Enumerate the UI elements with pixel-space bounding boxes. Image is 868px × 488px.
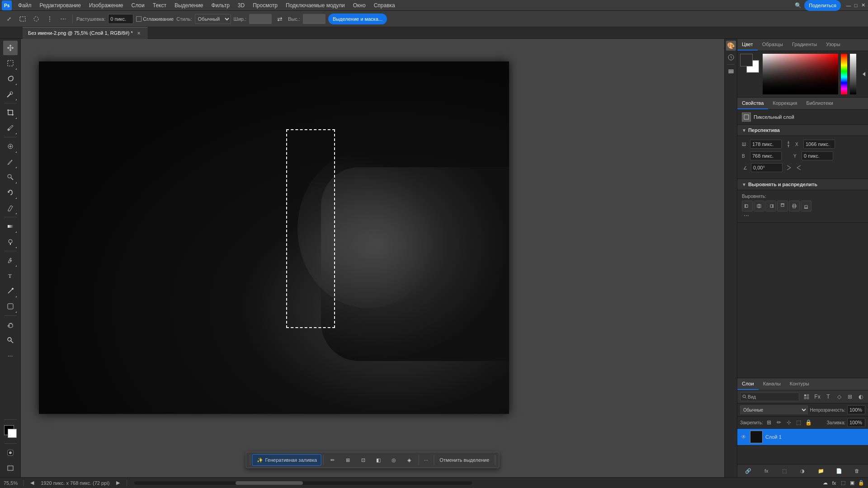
background-color[interactable] bbox=[8, 429, 17, 438]
layer-visibility-btn[interactable]: 👁 bbox=[740, 433, 747, 441]
lock-artboard-btn[interactable]: ⬚ bbox=[795, 418, 803, 427]
dodge-tool[interactable] bbox=[3, 235, 18, 249]
text-tool[interactable]: T bbox=[3, 268, 18, 283]
height-prop-input[interactable] bbox=[750, 151, 782, 160]
search-icon-btn[interactable]: 🔍 bbox=[793, 0, 803, 11]
filter-adj-btn[interactable]: Fx bbox=[813, 392, 822, 401]
lock-transparent-btn[interactable]: ⊞ bbox=[765, 418, 773, 427]
horizontal-scroll[interactable] bbox=[134, 481, 472, 485]
color-tab[interactable]: Цвет bbox=[737, 39, 758, 51]
maximize-button[interactable]: □ bbox=[853, 2, 859, 9]
status-prev-btn[interactable]: ◀ bbox=[29, 480, 35, 486]
smooth-checkbox[interactable]: Сглаживание bbox=[136, 14, 174, 24]
filter-toggle[interactable]: ◐ bbox=[856, 392, 865, 401]
layer-new-btn[interactable]: 📄 bbox=[831, 466, 847, 475]
angle-input[interactable] bbox=[751, 163, 783, 172]
align-left[interactable] bbox=[742, 201, 753, 211]
paths-tab[interactable]: Контуры bbox=[785, 378, 814, 390]
align-center-v[interactable] bbox=[789, 201, 800, 211]
props-tab[interactable]: Свойства bbox=[737, 98, 768, 109]
menu-select[interactable]: Выделение bbox=[171, 1, 207, 9]
angle-btn-2[interactable] bbox=[795, 163, 802, 172]
clone-tool[interactable] bbox=[3, 170, 18, 184]
eraser-tool[interactable] bbox=[3, 201, 18, 215]
layer-item[interactable]: 👁 Слой 1 bbox=[737, 429, 868, 446]
heal-tool[interactable] bbox=[3, 139, 18, 154]
frames-icon[interactable]: ▣ bbox=[849, 480, 855, 486]
eyedropper-tool[interactable] bbox=[3, 121, 18, 135]
fill-input[interactable] bbox=[847, 418, 865, 427]
panel-history-icon[interactable] bbox=[726, 52, 736, 62]
intersect-btn[interactable]: ◈ bbox=[402, 455, 416, 465]
document-tab[interactable]: Без имени-2.png @ 75,5% (Слой 1, RGB/8#)… bbox=[23, 27, 148, 39]
history-brush-tool[interactable] bbox=[3, 185, 18, 200]
color-picker-group[interactable] bbox=[2, 423, 19, 440]
color-spectrum[interactable] bbox=[763, 54, 838, 94]
cancel-selection-btn[interactable]: Отменить выделение bbox=[436, 455, 493, 465]
move-tool-icon[interactable]: ⤢ bbox=[4, 14, 14, 24]
single-row-icon[interactable] bbox=[58, 14, 69, 24]
align-right[interactable] bbox=[765, 201, 776, 211]
move-tool[interactable] bbox=[3, 41, 18, 55]
gradient-tool[interactable] bbox=[3, 219, 18, 234]
selection-tool[interactable] bbox=[3, 56, 18, 70]
patterns-tab[interactable]: Узоры bbox=[821, 39, 844, 51]
share-button[interactable]: Поделиться bbox=[804, 0, 841, 11]
menu-view[interactable]: Просмотр bbox=[249, 1, 281, 9]
close-button[interactable]: ✕ bbox=[860, 2, 866, 9]
minimize-button[interactable]: — bbox=[845, 2, 852, 9]
menu-window[interactable]: Окно bbox=[349, 1, 369, 9]
layer-group-btn[interactable]: 📁 bbox=[813, 466, 829, 475]
layer-style-btn[interactable]: fx bbox=[758, 466, 774, 475]
transform-btn[interactable]: ⊡ bbox=[356, 455, 370, 465]
lasso-tool[interactable] bbox=[3, 71, 18, 86]
menu-filter[interactable]: Фильтр bbox=[208, 1, 233, 9]
menu-image[interactable]: Изображение bbox=[85, 1, 127, 9]
adjust-btn[interactable]: ⊞ bbox=[340, 455, 355, 465]
more-tools[interactable]: ··· bbox=[3, 348, 18, 363]
cloud-sync-icon[interactable]: ☁ bbox=[822, 480, 828, 486]
rect-marquee-icon[interactable] bbox=[17, 14, 28, 24]
opacity-bar[interactable] bbox=[850, 54, 856, 94]
opacity-input[interactable] bbox=[847, 405, 865, 414]
single-col-icon[interactable] bbox=[44, 14, 55, 24]
blend-mode-select[interactable]: Обычные bbox=[740, 405, 808, 414]
menu-3d[interactable]: 3D bbox=[234, 1, 248, 9]
layer-mask-btn[interactable]: ⬚ bbox=[776, 466, 793, 475]
menu-layers[interactable]: Слои bbox=[128, 1, 148, 9]
hue-bar[interactable] bbox=[841, 54, 847, 94]
layers-search[interactable]: Вид bbox=[740, 392, 799, 401]
layer-link-btn[interactable]: 🔗 bbox=[740, 466, 756, 475]
more-options-btn[interactable]: ··· bbox=[420, 455, 432, 465]
zoom-tool[interactable] bbox=[3, 333, 18, 347]
style-select[interactable]: Обычный bbox=[195, 14, 231, 24]
filter-type-btn[interactable] bbox=[802, 392, 811, 401]
mask-icon[interactable]: ⬚ bbox=[840, 480, 846, 486]
menu-edit[interactable]: Редактирование bbox=[36, 1, 85, 9]
channels-tab[interactable]: Каналы bbox=[759, 378, 785, 390]
lock-all-btn[interactable]: 🔒 bbox=[805, 418, 813, 427]
menu-help[interactable]: Справка bbox=[370, 1, 399, 9]
filter-text-btn[interactable]: T bbox=[824, 392, 833, 401]
pencil-btn[interactable]: ✏ bbox=[325, 455, 340, 465]
panel-color-icon[interactable]: 🎨 bbox=[726, 41, 736, 51]
menu-file[interactable]: Файл bbox=[14, 1, 35, 9]
quick-mask-btn[interactable] bbox=[3, 446, 18, 460]
lock-status-icon[interactable]: 🔒 bbox=[858, 480, 864, 486]
feather-input[interactable] bbox=[108, 14, 133, 24]
selection-mask-button[interactable]: Выделение и маска... bbox=[328, 14, 387, 24]
align-bottom[interactable] bbox=[801, 201, 811, 211]
width-prop-input[interactable] bbox=[750, 140, 782, 149]
refine-btn[interactable]: ◧ bbox=[371, 455, 386, 465]
layers-tab[interactable]: Слои bbox=[737, 378, 759, 390]
ellipse-marquee-icon[interactable] bbox=[31, 14, 42, 24]
layer-adj-btn[interactable]: ◑ bbox=[794, 466, 811, 475]
lock-position-btn[interactable]: ⊹ bbox=[785, 418, 793, 427]
menu-plugins[interactable]: Подключаемые модули bbox=[282, 1, 349, 9]
status-next-btn[interactable]: ▶ bbox=[115, 480, 121, 486]
magic-wand-tool[interactable] bbox=[3, 87, 18, 101]
x-prop-input[interactable] bbox=[803, 140, 835, 149]
filter-vector-btn[interactable]: ◇ bbox=[835, 392, 844, 401]
menu-text[interactable]: Текст bbox=[149, 1, 170, 9]
subtract-btn[interactable]: ◎ bbox=[387, 455, 401, 465]
